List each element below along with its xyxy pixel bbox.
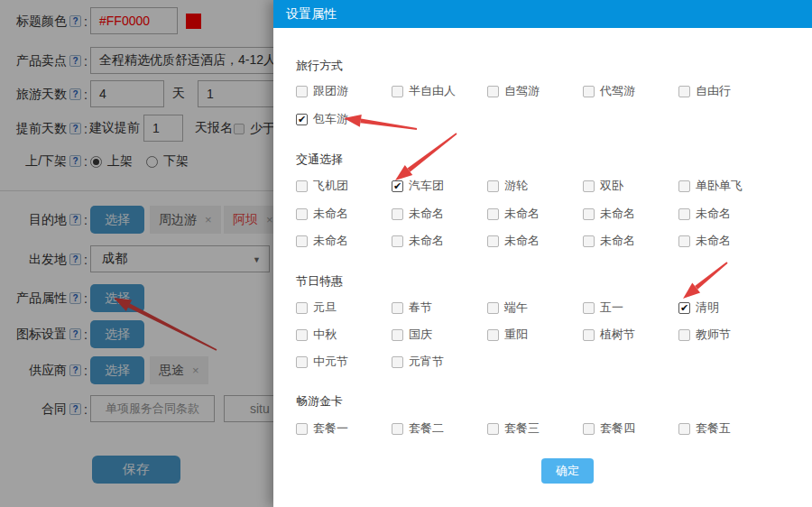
checkbox-item[interactable]: 中秋 — [296, 327, 337, 343]
confirm-button[interactable]: 确定 — [541, 458, 594, 484]
checkbox-unchecked-icon[interactable] — [678, 180, 690, 192]
checkbox-item[interactable]: 重阳 — [487, 327, 528, 343]
checkbox-label: 未命名 — [313, 233, 348, 249]
checkbox-unchecked-icon[interactable] — [583, 180, 595, 192]
checkbox-label: 国庆 — [409, 327, 432, 343]
checkbox-unchecked-icon[interactable] — [487, 302, 499, 314]
checkbox-unchecked-icon[interactable] — [487, 180, 499, 192]
checkbox-item[interactable]: 自驾游 — [487, 83, 540, 99]
checkbox-item[interactable]: 未命名 — [678, 233, 731, 249]
checkbox-label: 套餐二 — [409, 420, 444, 437]
checkbox-checked-icon[interactable]: ✔ — [296, 114, 308, 125]
checkbox-item[interactable]: 飞机团 — [296, 178, 348, 194]
checkbox-item[interactable]: 套餐四 — [583, 420, 635, 437]
checkbox-item[interactable]: 春节 — [392, 300, 432, 316]
checkbox-item[interactable]: 中元节 — [296, 354, 348, 370]
checkbox-unchecked-icon[interactable] — [487, 329, 499, 341]
checkbox-unchecked-icon[interactable] — [392, 86, 403, 97]
checkbox-unchecked-icon[interactable] — [392, 302, 403, 314]
checkbox-label: 未命名 — [409, 206, 444, 222]
checkbox-item[interactable]: 跟团游 — [296, 83, 348, 99]
checkbox-item[interactable]: 未命名 — [296, 233, 348, 249]
checkbox-item[interactable]: ✔包车游 — [296, 111, 348, 127]
checkbox-item[interactable]: 单卧单飞 — [678, 178, 743, 194]
checkbox-item[interactable]: 未命名 — [487, 233, 540, 249]
checkbox-unchecked-icon[interactable] — [583, 329, 595, 341]
checkbox-label: 中秋 — [313, 327, 337, 343]
checkbox-unchecked-icon[interactable] — [392, 208, 403, 220]
checkbox-unchecked-icon[interactable] — [678, 208, 690, 220]
checkbox-item[interactable]: 未命名 — [678, 206, 731, 222]
checkbox-unchecked-icon[interactable] — [296, 235, 308, 247]
checkbox-label: 未命名 — [696, 206, 731, 222]
checkbox-item[interactable]: 未命名 — [583, 206, 635, 222]
checkbox-label: 未命名 — [600, 206, 635, 222]
checkbox-item[interactable]: 端午 — [487, 300, 528, 316]
checkbox-label: 套餐四 — [600, 420, 635, 437]
checkbox-item[interactable]: 教师节 — [678, 327, 731, 343]
checkbox-unchecked-icon[interactable] — [296, 356, 308, 368]
checkbox-label: 半自由人 — [409, 83, 456, 99]
checkbox-label: 重阳 — [504, 327, 528, 343]
checkbox-unchecked-icon[interactable] — [392, 235, 403, 247]
checkbox-label: 套餐三 — [504, 420, 540, 437]
checkbox-label: 代驾游 — [600, 83, 635, 99]
checkbox-item[interactable]: 未命名 — [583, 233, 635, 249]
checkbox-unchecked-icon[interactable] — [296, 329, 308, 341]
checkbox-item[interactable]: 未命名 — [487, 206, 540, 222]
checkbox-item[interactable]: 未命名 — [392, 233, 444, 249]
checkbox-item[interactable]: 元宵节 — [392, 354, 444, 370]
checkbox-item[interactable]: 自由行 — [678, 83, 731, 99]
checkbox-unchecked-icon[interactable] — [296, 302, 308, 314]
checkbox-item[interactable]: ✔清明 — [678, 300, 719, 316]
checkbox-label: 五一 — [600, 300, 623, 316]
checkbox-unchecked-icon[interactable] — [487, 86, 499, 97]
checkbox-unchecked-icon[interactable] — [678, 423, 690, 435]
checkbox-item[interactable]: 国庆 — [392, 327, 432, 343]
checkbox-item[interactable]: 套餐二 — [392, 420, 444, 437]
checkbox-item[interactable]: 元旦 — [296, 300, 337, 316]
checkbox-item[interactable]: 未命名 — [296, 206, 348, 222]
checkbox-item[interactable]: 五一 — [583, 300, 623, 316]
checkbox-unchecked-icon[interactable] — [487, 208, 499, 220]
checkbox-unchecked-icon[interactable] — [583, 302, 595, 314]
checkbox-unchecked-icon[interactable] — [583, 235, 595, 247]
checkbox-label: 未命名 — [504, 233, 540, 249]
checkbox-checked-icon[interactable]: ✔ — [678, 302, 690, 314]
checkbox-unchecked-icon[interactable] — [296, 86, 308, 97]
checkbox-item[interactable]: 游轮 — [487, 178, 528, 194]
checkbox-unchecked-icon[interactable] — [678, 329, 690, 341]
checkbox-item[interactable]: ✔汽车团 — [392, 178, 444, 194]
checkbox-unchecked-icon[interactable] — [583, 208, 595, 220]
checkbox-label: 包车游 — [313, 111, 348, 127]
section-title: 节日特惠 — [296, 273, 343, 290]
checkbox-unchecked-icon[interactable] — [392, 329, 403, 341]
checkbox-unchecked-icon[interactable] — [487, 235, 499, 247]
checkbox-unchecked-icon[interactable] — [296, 423, 308, 435]
checkbox-item[interactable]: 套餐三 — [487, 420, 540, 437]
checkbox-label: 未命名 — [600, 233, 635, 249]
checkbox-item[interactable]: 双卧 — [583, 178, 623, 194]
checkbox-label: 植树节 — [600, 327, 635, 343]
checkbox-item[interactable]: 植树节 — [583, 327, 635, 343]
checkbox-checked-icon[interactable]: ✔ — [392, 180, 403, 192]
checkbox-label: 套餐五 — [696, 420, 731, 437]
checkbox-item[interactable]: 代驾游 — [583, 83, 635, 99]
checkbox-item[interactable]: 套餐五 — [678, 420, 731, 437]
checkbox-unchecked-icon[interactable] — [487, 423, 499, 435]
checkbox-unchecked-icon[interactable] — [296, 208, 308, 220]
checkbox-unchecked-icon[interactable] — [296, 180, 308, 192]
checkbox-unchecked-icon[interactable] — [678, 235, 690, 247]
checkbox-item[interactable]: 半自由人 — [392, 83, 456, 99]
checkbox-item[interactable]: 套餐一 — [296, 420, 348, 437]
dialog-header: 设置属性 — [273, 0, 812, 28]
checkbox-item[interactable]: 未命名 — [392, 206, 444, 222]
checkbox-label: 未命名 — [313, 206, 348, 222]
checkbox-label: 双卧 — [600, 178, 623, 194]
checkbox-label: 端午 — [504, 300, 528, 316]
checkbox-unchecked-icon[interactable] — [392, 356, 403, 368]
checkbox-unchecked-icon[interactable] — [392, 423, 403, 435]
checkbox-unchecked-icon[interactable] — [583, 423, 595, 435]
checkbox-unchecked-icon[interactable] — [678, 86, 690, 97]
checkbox-unchecked-icon[interactable] — [583, 86, 595, 97]
